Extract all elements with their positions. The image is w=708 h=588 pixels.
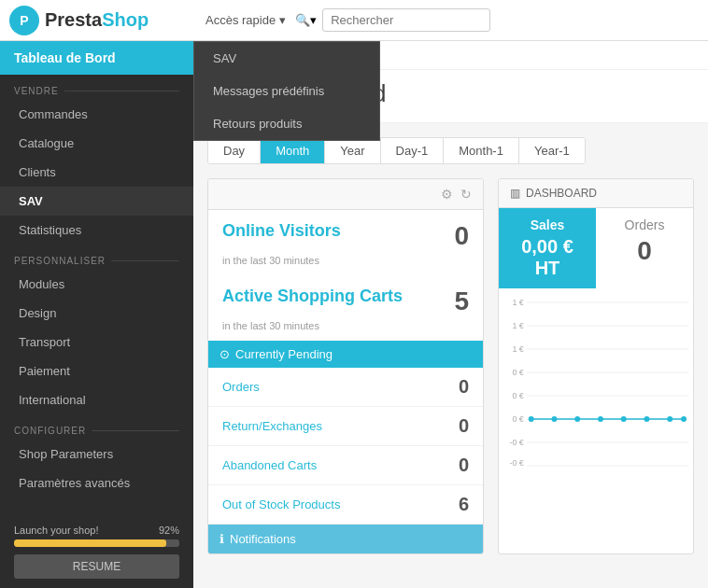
logo: P PrestaShop	[9, 6, 196, 35]
orders-label[interactable]: Orders	[222, 380, 260, 394]
content-body: Day Month Year Day-1 Month-1 Year-1 ⚙	[193, 123, 708, 568]
out-of-stock-row: Out of Stock Products 6	[208, 485, 483, 525]
sales-orders-row: Sales 0,00 € HT Orders 0	[499, 208, 693, 288]
acces-rapide-button[interactable]: Accès rapide ▾	[205, 13, 286, 27]
launch-shop-label: Launch your shop!	[14, 525, 99, 536]
sidebar-item-shop-parameters[interactable]: Shop Parameters	[0, 440, 193, 469]
left-panel-header: ⚙ ↻	[208, 179, 483, 210]
progress-label: Launch your shop! 92%	[14, 525, 179, 536]
return-exchanges-row: Return/Exchanges 0	[208, 407, 483, 446]
search-area: 🔍▾	[295, 8, 490, 32]
svg-point-17	[551, 416, 557, 422]
sales-box: Sales 0,00 € HT	[499, 208, 596, 288]
notifications-bar: ℹ Notifications	[208, 525, 483, 553]
logo-icon: P	[9, 6, 39, 35]
sidebar-section-vendre: VENDRE	[0, 75, 193, 100]
sidebar-section-configurer: CONFIGURER	[0, 414, 193, 440]
svg-text:1 €: 1 €	[512, 298, 523, 307]
return-exchanges-label[interactable]: Return/Exchanges	[222, 419, 322, 433]
chevron-down-icon: ▾	[279, 13, 286, 27]
dashboard-header: ▥ DASHBOARD	[499, 179, 693, 208]
acces-rapide-label: Accès rapide	[205, 13, 276, 27]
currently-pending-header: ⊙ Currently Pending	[208, 341, 483, 368]
svg-text:1 €: 1 €	[512, 321, 523, 330]
progress-area: Launch your shop! 92% RESUME	[0, 515, 193, 588]
bell-icon: ℹ	[219, 532, 224, 546]
sidebar-item-statistiques[interactable]: Statistiques	[0, 216, 193, 245]
sidebar-item-catalogue[interactable]: Catalogue	[0, 129, 193, 158]
search-icon[interactable]: 🔍▾	[295, 13, 317, 27]
online-visitors-value: 0	[454, 221, 469, 251]
left-panel-actions: ⚙ ↻	[441, 187, 472, 202]
svg-point-19	[598, 416, 603, 422]
svg-text:0 €: 0 €	[512, 414, 523, 424]
tab-month-minus1[interactable]: Month-1	[444, 138, 519, 163]
abandoned-carts-value: 0	[459, 455, 469, 476]
svg-point-18	[574, 416, 580, 422]
online-visitors-row: Online Visitors 0	[208, 210, 483, 255]
svg-point-22	[667, 416, 673, 422]
sidebar-item-international[interactable]: International	[0, 385, 193, 414]
svg-point-21	[644, 416, 649, 422]
out-of-stock-value: 6	[459, 494, 469, 515]
online-visitors-label[interactable]: Online Visitors	[222, 221, 341, 241]
orders-box-value: 0	[610, 236, 679, 266]
return-exchanges-value: 0	[459, 415, 469, 437]
chart-icon: ▥	[510, 187, 520, 200]
svg-text:0 €: 0 €	[512, 368, 523, 377]
svg-point-16	[529, 416, 534, 422]
left-panel: ⚙ ↻ Online Visitors 0 in the last 30 min…	[207, 178, 484, 554]
sidebar-item-commandes[interactable]: Commandes	[0, 100, 193, 129]
tab-month[interactable]: Month	[261, 138, 325, 163]
svg-text:-0 €: -0 €	[509, 438, 523, 447]
progress-percent: 92%	[159, 525, 179, 536]
sidebar-item-clients[interactable]: Clients	[0, 158, 193, 187]
sidebar-item-modules[interactable]: Modules	[0, 270, 193, 299]
active-carts-row: Active Shopping Carts 5	[208, 275, 483, 320]
sav-dropdown: SAV Messages prédéfinis Retours produits	[193, 41, 380, 141]
tab-year[interactable]: Year	[325, 138, 380, 163]
sidebar-item-sav[interactable]: SAV	[0, 187, 193, 216]
tab-year-minus1[interactable]: Year-1	[519, 138, 585, 163]
date-tabs: Day Month Year Day-1 Month-1 Year-1	[207, 137, 586, 164]
orders-row: Orders 0	[208, 368, 483, 407]
clock-icon: ⊙	[219, 347, 230, 361]
search-input[interactable]	[322, 8, 490, 32]
dropdown-item-retours[interactable]: Retours produits	[194, 107, 379, 140]
orders-value: 0	[459, 376, 469, 398]
main-layout: Tableau de Bord VENDRE Commandes Catalog…	[0, 41, 708, 588]
out-of-stock-label[interactable]: Out of Stock Products	[222, 497, 340, 511]
dropdown-item-sav[interactable]: SAV	[194, 42, 379, 75]
sidebar-section-personnaliser: PERSONNALISER	[0, 245, 193, 270]
active-carts-label[interactable]: Active Shopping Carts	[222, 287, 403, 306]
gear-icon[interactable]: ⚙	[441, 187, 453, 202]
orders-box-label: Orders	[610, 217, 679, 232]
progress-track	[14, 539, 179, 547]
top-navbar: P PrestaShop Accès rapide ▾ 🔍▾	[0, 0, 708, 41]
chart-svg: 1 € 1 € 1 € 0 € 0 € 0 € -0 € -0 €	[503, 293, 688, 470]
chart-area: 1 € 1 € 1 € 0 € 0 € 0 € -0 € -0 €	[499, 288, 693, 475]
svg-point-23	[681, 416, 687, 422]
sidebar-item-parametres-avances[interactable]: Paramètres avancés	[0, 469, 193, 497]
dropdown-item-messages[interactable]: Messages prédéfinis	[194, 75, 379, 107]
progress-fill	[14, 539, 166, 547]
dashboard-label: DASHBOARD	[526, 187, 597, 200]
sidebar-item-paiement[interactable]: Paiement	[0, 357, 193, 385]
svg-text:1 €: 1 €	[512, 344, 523, 354]
tab-day-minus1[interactable]: Day-1	[381, 138, 445, 163]
resume-button[interactable]: RESUME	[14, 554, 179, 579]
abandoned-carts-label[interactable]: Abandoned Carts	[222, 458, 317, 472]
abandoned-carts-row: Abandoned Carts 0	[208, 446, 483, 485]
sales-value: 0,00 € HT	[513, 236, 582, 279]
sidebar-item-transport[interactable]: Transport	[0, 328, 193, 357]
right-panel: ▥ DASHBOARD Sales 0,00 € HT Orders 0	[498, 178, 694, 554]
svg-text:-0 €: -0 €	[509, 458, 523, 468]
active-carts-sublabel: in the last 30 minutes	[208, 320, 483, 341]
refresh-icon[interactable]: ↻	[460, 187, 472, 202]
sidebar-item-design[interactable]: Design	[0, 299, 193, 328]
active-carts-value: 5	[454, 287, 469, 316]
tab-day[interactable]: Day	[208, 138, 261, 163]
orders-box: Orders 0	[596, 208, 693, 288]
svg-point-20	[621, 416, 627, 422]
sidebar: Tableau de Bord VENDRE Commandes Catalog…	[0, 41, 193, 588]
